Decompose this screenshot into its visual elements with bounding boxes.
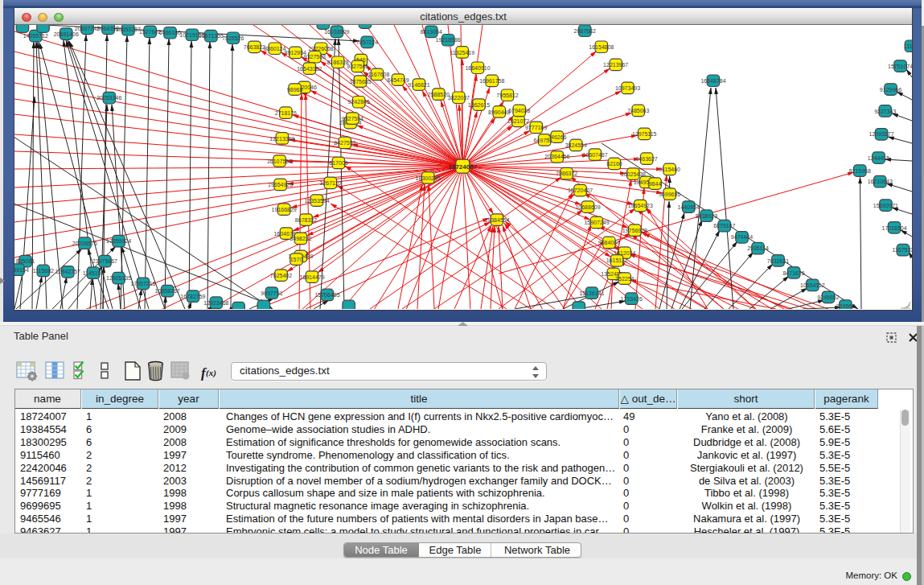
svg-text:19384554: 19384554 [484, 217, 509, 223]
svg-text:1244415: 1244415 [868, 155, 889, 161]
svg-text:14055712: 14055712 [23, 33, 48, 39]
svg-text:3822037: 3822037 [448, 95, 470, 101]
svg-text:16671355: 16671355 [199, 33, 224, 39]
svg-text:6879197: 6879197 [713, 223, 735, 229]
svg-text:10688609: 10688609 [575, 204, 600, 210]
svg-text:9699695: 9699695 [659, 192, 680, 197]
svg-text:23226058: 23226058 [309, 46, 334, 51]
svg-text:11325419: 11325419 [450, 50, 474, 56]
svg-text:16648784: 16648784 [700, 78, 725, 84]
svg-text:19218586: 19218586 [436, 37, 461, 43]
svg-text:8454749: 8454749 [387, 77, 409, 83]
svg-text:15692971: 15692971 [873, 203, 898, 208]
svg-text:2935114: 2935114 [747, 245, 769, 251]
svg-text:1167533: 1167533 [893, 247, 912, 253]
svg-text:16640910: 16640910 [465, 65, 490, 71]
svg-text:2718176: 2718176 [275, 110, 297, 116]
svg-text:9327505: 9327505 [347, 64, 368, 69]
svg-text:8860124: 8860124 [264, 46, 285, 51]
svg-text:12923468: 12923468 [203, 300, 228, 306]
svg-text:2588520: 2588520 [428, 92, 450, 97]
svg-text:7986372: 7986372 [556, 171, 577, 176]
svg-text:11175: 11175 [904, 43, 912, 49]
svg-text:8215958: 8215958 [849, 168, 871, 174]
svg-text:62160: 62160 [606, 161, 622, 167]
svg-text:924565: 924565 [836, 303, 855, 309]
svg-text:19654925: 19654925 [268, 182, 293, 187]
svg-text:17957215: 17957215 [130, 281, 155, 286]
svg-text:10653287: 10653287 [116, 27, 141, 32]
svg-text:9844: 9844 [649, 181, 662, 187]
svg-text:9245652: 9245652 [817, 295, 839, 300]
svg-text:9084067: 9084067 [598, 240, 620, 245]
svg-text:7485063: 7485063 [627, 108, 649, 113]
svg-text:12975115: 12975115 [632, 131, 657, 137]
svg-text:16033809: 16033809 [324, 29, 349, 35]
svg-text:20691406: 20691406 [54, 31, 79, 37]
svg-text:10607487: 10607487 [582, 152, 607, 158]
svg-text:1615112: 1615112 [606, 257, 628, 263]
svg-text:20206576: 20206576 [72, 241, 97, 246]
svg-text:12093877: 12093877 [869, 131, 894, 137]
svg-text:16961758: 16961758 [479, 78, 504, 84]
svg-text:10958167: 10958167 [155, 288, 180, 294]
svg-text:7857224: 7857224 [356, 39, 378, 45]
svg-text:835061: 835061 [16, 258, 35, 264]
svg-text:9474444: 9474444 [731, 234, 753, 240]
svg-text:7625402: 7625402 [270, 273, 292, 278]
svg-text:8990448: 8990448 [488, 109, 510, 115]
svg-text:3267110: 3267110 [320, 180, 342, 186]
svg-text:15751074: 15751074 [888, 64, 912, 69]
svg-text:8678332: 8678332 [295, 217, 317, 223]
svg-text:7515526: 7515526 [222, 35, 244, 41]
svg-text:746266: 746266 [548, 134, 566, 140]
svg-text:12353594: 12353594 [304, 198, 329, 204]
svg-text:1145194: 1145194 [83, 270, 105, 276]
svg-text:2087682: 2087682 [574, 28, 596, 34]
svg-text:1527602: 1527602 [139, 29, 161, 35]
svg-text:18300295: 18300295 [416, 175, 441, 181]
svg-text:15706485: 15706485 [314, 292, 339, 298]
svg-text:(x): (x) [206, 368, 216, 378]
svg-text:7663822: 7663822 [244, 44, 265, 50]
svg-text:9242845: 9242845 [348, 99, 370, 105]
svg-text:3498222: 3498222 [290, 236, 311, 241]
svg-text:12905135: 12905135 [106, 275, 131, 281]
svg-text:12942757: 12942757 [55, 269, 80, 274]
svg-text:6794028: 6794028 [508, 108, 530, 113]
svg-text:15720407: 15720407 [568, 187, 593, 193]
svg-text:1733426: 1733426 [621, 296, 643, 302]
svg-text:1440954: 1440954 [678, 204, 700, 210]
svg-text:16154808: 16154808 [589, 44, 614, 50]
svg-text:252254: 252254 [615, 276, 634, 282]
svg-text:10025438: 10025438 [621, 171, 646, 177]
svg-text:9777169: 9777169 [525, 125, 547, 130]
svg-text:18724007: 18724007 [449, 163, 478, 171]
svg-text:8813054: 8813054 [421, 29, 442, 35]
svg-text:9115460: 9115460 [659, 167, 680, 172]
svg-text:10654112: 10654112 [800, 282, 825, 288]
svg-text:3824554: 3824554 [565, 142, 587, 148]
svg-text:10973493: 10973493 [615, 85, 640, 91]
svg-text:1570: 1570 [290, 257, 303, 262]
svg-text:19654923: 19654923 [628, 203, 653, 208]
svg-text:16107553: 16107553 [267, 159, 292, 164]
svg-text:9327503: 9327503 [304, 54, 326, 60]
svg-text:20697742: 20697742 [75, 26, 100, 31]
svg-text:20364456: 20364456 [544, 154, 569, 159]
svg-text:15136141: 15136141 [579, 290, 604, 296]
svg-text:6466160: 6466160 [159, 30, 181, 35]
svg-text:7632621: 7632621 [767, 258, 789, 264]
svg-text:98968: 98968 [287, 87, 303, 93]
svg-text:12213967: 12213967 [603, 62, 628, 68]
svg-text:9146821: 9146821 [408, 82, 429, 88]
svg-text:8471676: 8471676 [782, 270, 804, 276]
svg-text:8938923: 8938923 [696, 213, 717, 219]
svg-text:16914479: 16914479 [299, 274, 324, 280]
svg-text:1939154: 1939154 [14, 267, 29, 273]
svg-text:9463627: 9463627 [635, 156, 657, 162]
svg-text:19756928: 19756928 [622, 228, 647, 233]
svg-text:16543382: 16543382 [297, 66, 322, 72]
svg-text:8186328: 8186328 [326, 60, 348, 65]
svg-text:3875685: 3875685 [349, 79, 371, 84]
